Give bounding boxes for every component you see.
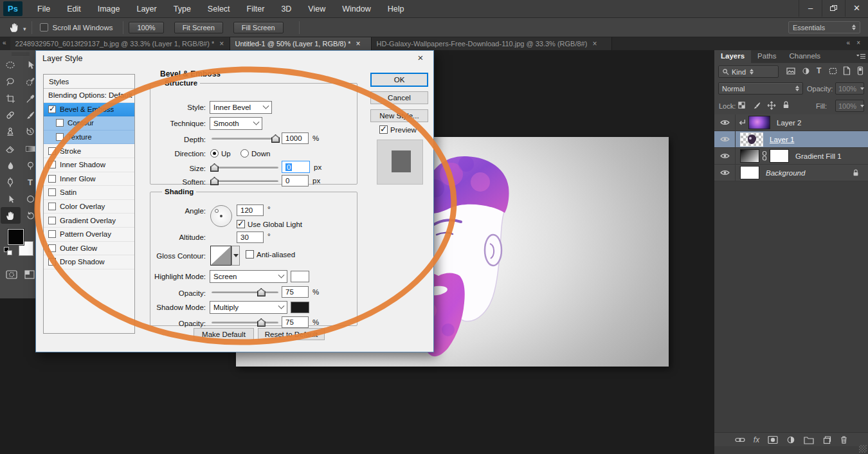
size-slider[interactable] bbox=[212, 163, 278, 172]
style-item-pattern-overlay[interactable]: Pattern Overlay bbox=[44, 228, 134, 242]
menu-window[interactable]: Window bbox=[334, 0, 379, 18]
layer-row-gradient-fill[interactable]: Gradient Fill 1 bbox=[714, 148, 868, 165]
filter-pixel-layers-icon[interactable] bbox=[786, 67, 795, 75]
slider-thumb[interactable] bbox=[210, 177, 219, 185]
tab-channels[interactable]: Channels bbox=[783, 50, 827, 63]
menu-select[interactable]: Select bbox=[199, 0, 239, 18]
checkbox[interactable] bbox=[48, 161, 56, 168]
clone-stamp-tool[interactable] bbox=[1, 123, 21, 140]
close-tab-icon[interactable]: × bbox=[592, 39, 597, 48]
delete-layer-trash-icon[interactable] bbox=[840, 435, 848, 444]
visibility-eye-icon[interactable] bbox=[714, 131, 736, 148]
layer-thumbnail[interactable] bbox=[748, 116, 770, 129]
layer-row-layer1-selected[interactable]: Layer 1 bbox=[714, 131, 868, 148]
checkbox-checked[interactable] bbox=[48, 105, 56, 113]
doc-tab-2-active[interactable]: Untitled-1 @ 50% (Layer 1, RGB/8) *× bbox=[230, 37, 372, 50]
style-item-outer-glow[interactable]: Outer Glow bbox=[44, 242, 134, 256]
tab-layers[interactable]: Layers bbox=[714, 50, 751, 63]
quick-mask-mode-icon[interactable] bbox=[4, 266, 19, 283]
fill-screen-button[interactable]: Fill Screen bbox=[233, 22, 284, 33]
eraser-tool[interactable] bbox=[1, 140, 21, 157]
new-layer-icon[interactable] bbox=[822, 435, 831, 444]
blend-mode-select[interactable]: Normal bbox=[718, 82, 803, 95]
visibility-eye-icon[interactable] bbox=[714, 114, 736, 131]
collapse-panels-icon[interactable]: « bbox=[844, 37, 854, 50]
add-layer-mask-icon[interactable] bbox=[768, 435, 778, 444]
anti-aliased-checkbox[interactable] bbox=[246, 250, 254, 259]
ok-button[interactable]: OK bbox=[370, 73, 428, 87]
panel-grip[interactable] bbox=[12, 53, 30, 55]
menu-layer[interactable]: Layer bbox=[128, 0, 165, 18]
layer-thumbnail[interactable] bbox=[740, 132, 763, 147]
visibility-eye-icon[interactable] bbox=[714, 148, 736, 165]
menu-view[interactable]: View bbox=[300, 0, 334, 18]
checkbox[interactable] bbox=[48, 147, 56, 155]
slider-thumb[interactable] bbox=[271, 134, 280, 143]
lock-transparent-pixels-icon[interactable] bbox=[737, 101, 746, 109]
fill-layer-thumbnail[interactable] bbox=[740, 149, 759, 163]
shadow-mode-select[interactable]: Multiply bbox=[210, 301, 287, 314]
style-item-inner-shadow[interactable]: Inner Shadow bbox=[44, 158, 134, 172]
menu-3d[interactable]: 3D bbox=[273, 0, 300, 18]
style-item-color-overlay[interactable]: Color Overlay bbox=[44, 200, 134, 214]
crop-tool[interactable] bbox=[1, 90, 21, 107]
layer-name[interactable]: Layer 2 bbox=[777, 119, 801, 127]
close-icon[interactable]: ✕ bbox=[845, 0, 868, 17]
menu-type[interactable]: Type bbox=[165, 0, 199, 18]
elliptical-marquee-tool[interactable] bbox=[1, 57, 21, 73]
style-item-bevel-emboss[interactable]: Bevel & Emboss bbox=[44, 103, 134, 117]
direction-down-radio[interactable] bbox=[240, 149, 249, 158]
style-item-contour[interactable]: Contour bbox=[44, 116, 134, 131]
checkbox[interactable] bbox=[48, 175, 56, 183]
filter-smart-objects-icon[interactable] bbox=[843, 66, 851, 75]
checkbox[interactable] bbox=[48, 203, 56, 210]
layer-row-layer2[interactable]: Layer 2 bbox=[714, 114, 868, 131]
menu-file[interactable]: File bbox=[29, 0, 59, 18]
preview-checkbox[interactable] bbox=[379, 125, 388, 134]
visibility-eye-icon[interactable] bbox=[714, 165, 736, 181]
filter-shape-layers-icon[interactable] bbox=[829, 67, 837, 75]
spot-healing-brush-tool[interactable] bbox=[1, 107, 21, 123]
fit-screen-button[interactable]: Fit Screen bbox=[174, 22, 223, 33]
direction-up-radio[interactable] bbox=[210, 149, 219, 158]
shadow-opacity-field[interactable]: 75 bbox=[282, 316, 309, 328]
checkbox[interactable] bbox=[56, 133, 64, 141]
style-item-blending-options[interactable]: Blending Options: Default bbox=[44, 89, 134, 103]
cancel-button[interactable]: Cancel bbox=[370, 91, 428, 104]
layer-thumbnail[interactable] bbox=[740, 166, 759, 179]
style-item-satin[interactable]: Satin bbox=[44, 186, 134, 200]
reset-to-default-button[interactable]: Reset to Default bbox=[258, 328, 325, 340]
filter-adjustment-layers-icon[interactable] bbox=[802, 67, 810, 75]
highlight-opacity-slider[interactable] bbox=[212, 288, 278, 297]
highlight-mode-select[interactable]: Screen bbox=[210, 270, 287, 283]
technique-select[interactable]: Smooth bbox=[210, 117, 262, 130]
lock-position-icon[interactable] bbox=[767, 101, 776, 110]
minimize-icon[interactable]: – bbox=[799, 0, 822, 17]
depth-slider[interactable] bbox=[212, 134, 278, 143]
depth-value-field[interactable]: 1000 bbox=[282, 132, 309, 144]
highlight-color-swatch[interactable] bbox=[291, 271, 309, 282]
layer-name[interactable]: Background bbox=[766, 169, 805, 177]
checkbox[interactable] bbox=[56, 119, 64, 127]
layer-mask-thumbnail[interactable] bbox=[770, 149, 789, 163]
panel-menu-icon[interactable] bbox=[856, 53, 866, 60]
close-panel-icon[interactable]: × bbox=[854, 37, 864, 50]
workspace-switcher[interactable]: Essentials bbox=[788, 21, 860, 33]
style-item-stroke[interactable]: Stroke bbox=[44, 144, 134, 158]
angle-dial[interactable] bbox=[210, 205, 232, 227]
link-layers-icon[interactable] bbox=[735, 435, 745, 444]
tab-paths[interactable]: Paths bbox=[751, 50, 782, 63]
size-value-field[interactable]: 0 bbox=[282, 161, 310, 173]
slider-thumb[interactable] bbox=[210, 163, 219, 172]
checkbox[interactable] bbox=[48, 230, 56, 238]
slider-thumb[interactable] bbox=[257, 288, 266, 296]
zoom-100-button[interactable]: 100% bbox=[129, 22, 163, 33]
menu-filter[interactable]: Filter bbox=[239, 0, 273, 18]
shadow-color-swatch[interactable] bbox=[291, 302, 309, 313]
layer-row-background[interactable]: Background bbox=[714, 165, 868, 181]
close-tab-icon[interactable]: × bbox=[219, 39, 224, 48]
layer-style-fx-icon[interactable]: fx bbox=[754, 435, 759, 444]
layer-filter-kind-select[interactable]: Kind bbox=[718, 66, 779, 78]
hand-tool-icon[interactable] bbox=[8, 22, 21, 33]
lock-image-pixels-icon[interactable] bbox=[752, 101, 761, 110]
